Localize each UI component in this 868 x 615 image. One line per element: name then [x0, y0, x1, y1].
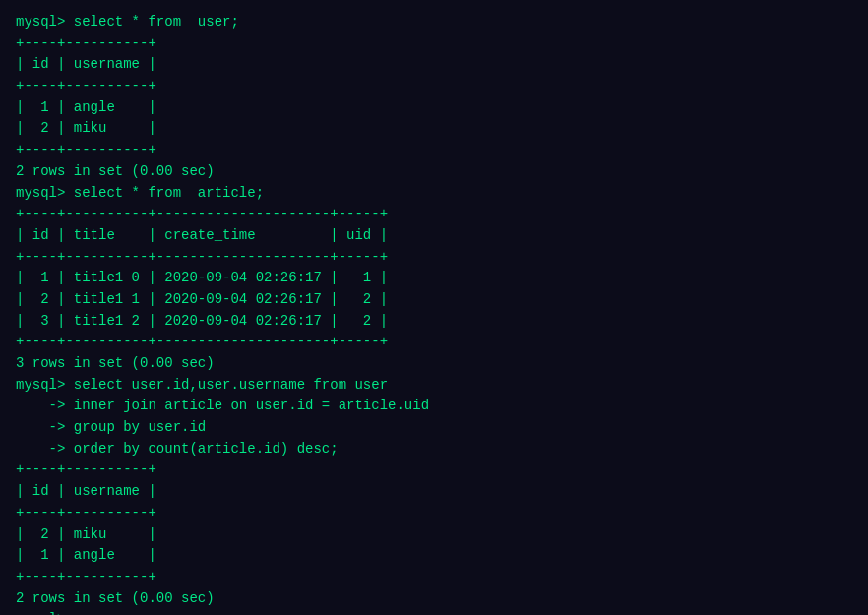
terminal-line-t1-sep2: +----+----------+ [16, 76, 852, 97]
terminal-line-t2-r1: | 1 | title1 0 | 2020-09-04 02:26:17 | 1… [16, 268, 852, 289]
terminal-line-cursor: mysql> [16, 609, 852, 615]
terminal-line-t1-r1: | 1 | angle | [16, 97, 852, 119]
terminal-line-t2-hdr: | id | title | create_time | uid | [16, 225, 852, 247]
terminal-line-t3-sep2: +----+----------+ [16, 503, 852, 524]
terminal-line-res3: 2 rows in set (0.00 sec) [16, 588, 852, 610]
terminal-line-t2-sep2: +----+----------+---------------------+-… [16, 247, 852, 269]
terminal-line-t3-sep3: +----+----------+ [16, 567, 852, 588]
terminal-line-t3-sep1: +----+----------+ [16, 460, 852, 481]
terminal-line-res2: 3 rows in set (0.00 sec) [16, 353, 852, 375]
terminal-window: mysql> select * from user;+----+--------… [10, 8, 858, 615]
terminal-line-t2-sep1: +----+----------+---------------------+-… [16, 204, 852, 225]
terminal-line-t2-sep3: +----+----------+---------------------+-… [16, 332, 852, 353]
terminal-line-t1-r2: | 2 | miku | [16, 118, 852, 140]
terminal-line-t2-r2: | 2 | title1 1 | 2020-09-04 02:26:17 | 2… [16, 289, 852, 311]
terminal-line-cmd3c: -> group by user.id [16, 417, 852, 439]
terminal-line-t1-sep3: +----+----------+ [16, 140, 852, 161]
terminal-line-cmd1: mysql> select * from user; [16, 12, 852, 33]
terminal-line-t1-sep1: +----+----------+ [16, 33, 852, 55]
terminal-line-t3-r2: | 1 | angle | [16, 545, 852, 567]
terminal-line-t1-hdr: | id | username | [16, 54, 852, 76]
terminal-line-t2-r3: | 3 | title1 2 | 2020-09-04 02:26:17 | 2… [16, 311, 852, 333]
terminal-line-cmd3a: mysql> select user.id,user.username from… [16, 375, 852, 397]
terminal-line-t3-r1: | 2 | miku | [16, 524, 852, 546]
terminal-line-res1: 2 rows in set (0.00 sec) [16, 161, 852, 183]
terminal-line-cmd3b: -> inner join article on user.id = artic… [16, 396, 852, 417]
terminal-line-cmd3d: -> order by count(article.id) desc; [16, 439, 852, 461]
terminal-line-cmd2: mysql> select * from article; [16, 183, 852, 205]
terminal-line-t3-hdr: | id | username | [16, 481, 852, 503]
